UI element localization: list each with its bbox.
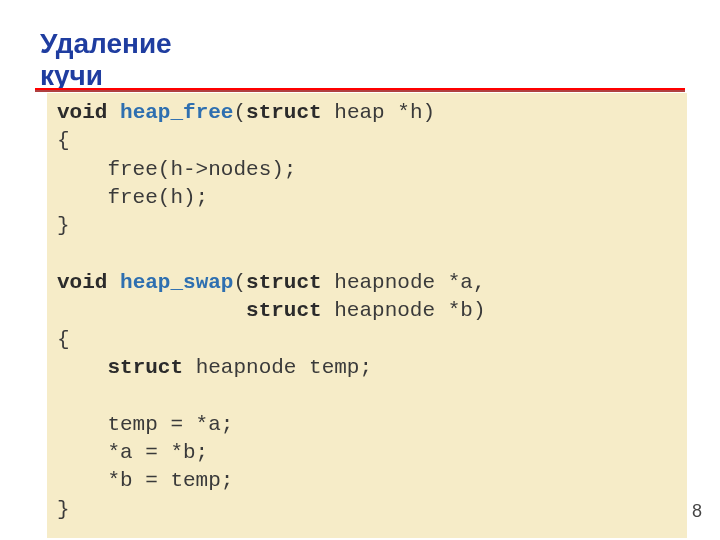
- title-underline: [35, 88, 685, 92]
- code-block: void heap_free(struct heap *h) { free(h-…: [47, 93, 687, 538]
- func-heap-free: heap_free: [120, 101, 233, 124]
- keyword-struct: struct: [246, 101, 322, 124]
- code-listing: void heap_free(struct heap *h) { free(h-…: [57, 99, 677, 524]
- keyword-struct: struct: [246, 299, 322, 322]
- slide-title: Удаление кучи: [40, 28, 680, 92]
- keyword-void: void: [57, 271, 107, 294]
- title-line-2: кучи: [40, 60, 103, 91]
- keyword-struct: struct: [246, 271, 322, 294]
- keyword-struct: struct: [107, 356, 183, 379]
- keyword-void: void: [57, 101, 107, 124]
- title-line-1: Удаление: [40, 28, 172, 59]
- page-number: 8: [692, 501, 702, 522]
- func-heap-swap: heap_swap: [120, 271, 233, 294]
